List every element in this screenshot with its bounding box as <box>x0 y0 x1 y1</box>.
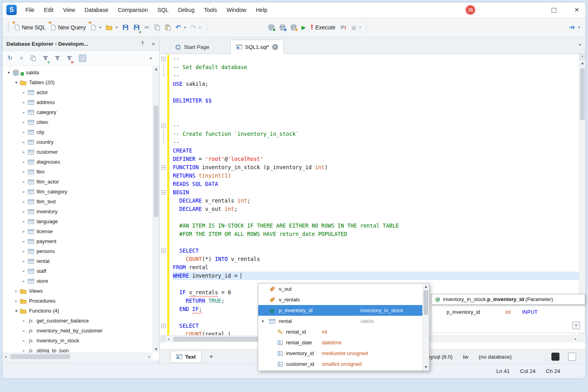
code-line[interactable]: READS SQL DATA <box>160 180 579 188</box>
completion-item-rental-id[interactable]: rental_idint <box>258 326 422 337</box>
code-line[interactable]: #AN ITEM IS IN-STOCK IF THERE ARE EITHER… <box>160 222 579 230</box>
chevron-collapsed-icon[interactable]: ▸ <box>21 110 27 114</box>
tab-text-view[interactable]: Text <box>170 351 201 363</box>
code-line[interactable]: DEFINER = 'root'@'localhost' <box>160 155 579 163</box>
new-document-button[interactable]: ✱▾ <box>88 23 104 32</box>
tree-item-license[interactable]: ▸license <box>2 226 153 236</box>
code-line[interactable]: −-- <box>160 55 579 63</box>
open-file-button[interactable]: ▾ <box>103 23 120 32</box>
execute-button[interactable]: !Execute <box>308 23 338 32</box>
tree-item-cities[interactable]: ▸cities <box>2 117 153 127</box>
execute-script-button[interactable]: ! <box>338 23 349 32</box>
fold-marker-icon[interactable]: − <box>161 124 166 128</box>
menu-view[interactable]: View <box>58 2 80 17</box>
database-info[interactable]: (no database) <box>479 354 512 360</box>
fold-marker-icon[interactable]: − <box>161 57 166 61</box>
menu-debug[interactable]: Debug <box>173 2 199 17</box>
code-line[interactable]: USE sakila; <box>160 80 579 88</box>
tree-item-tables-20[interactable]: ▾Tables (20) <box>2 77 153 87</box>
layout-toggle-light-button[interactable] <box>568 353 576 361</box>
paste-button[interactable] <box>162 23 173 32</box>
code-line[interactable]: -- Create function `inventory_in_stock` <box>160 130 579 138</box>
code-line[interactable] <box>160 105 579 113</box>
scrollbar-thumb[interactable] <box>10 354 70 359</box>
completion-item-inventory-id[interactable]: inventory_idmediumint unsigned <box>258 348 422 359</box>
fold-marker-icon[interactable]: − <box>161 249 166 253</box>
fold-marker-icon[interactable]: − <box>161 324 166 328</box>
tree-item-film-text[interactable]: ▸film_text <box>2 197 153 207</box>
tree-item-film[interactable]: ▸film <box>2 167 153 177</box>
tree-item-diagnoses[interactable]: ▸diagnoses <box>2 157 153 167</box>
chevron-collapsed-icon[interactable]: ▸ <box>21 160 27 164</box>
explorer-vertical-scrollbar[interactable]: ▲ ▼ <box>153 66 159 353</box>
tree-item-sakila[interactable]: ▾sakila <box>2 68 153 77</box>
menu-comparison[interactable]: Comparison <box>113 2 153 17</box>
pin-icon[interactable] <box>140 41 145 47</box>
completion-item-rental-date[interactable]: rental_datedatetime <box>258 337 422 348</box>
chevron-collapsed-icon[interactable]: ▸ <box>21 100 27 104</box>
add-view-button[interactable]: + <box>209 353 213 361</box>
code-line[interactable]: WHERE inventory_id = <box>160 272 579 280</box>
chevron-collapsed-icon[interactable]: ▸ <box>21 328 27 333</box>
delete-button[interactable]: ✕ <box>19 56 24 61</box>
tree-item-string-to-json[interactable]: ▸fxstring_to_json <box>2 346 153 353</box>
code-line[interactable]: -- <box>160 138 579 147</box>
chevron-collapsed-icon[interactable]: ▸ <box>21 279 27 283</box>
menu-sql[interactable]: SQL <box>153 2 173 17</box>
filter-button[interactable] <box>55 56 60 61</box>
tree-item-persons[interactable]: ▸persons <box>2 246 153 256</box>
tree-item-inventory[interactable]: ▸inventory <box>2 207 153 216</box>
scroll-up-icon[interactable]: ▲ <box>579 60 586 66</box>
completion-item-p-inventory-id[interactable]: @p_inventory_idinventory_in_stock <box>258 305 422 316</box>
tree-item-customer[interactable]: ▸customer <box>2 147 153 157</box>
dropdown-arrow-icon[interactable]: ▾ <box>99 25 101 29</box>
fold-marker-icon[interactable]: − <box>161 190 166 195</box>
tree-item-rental[interactable]: ▸rental <box>2 256 153 266</box>
completion-item-v-out[interactable]: v_out <box>258 284 422 294</box>
close-button[interactable]: ✕ <box>574 6 579 14</box>
cut-button[interactable]: ✂ <box>142 23 152 32</box>
database-refresh-button[interactable] <box>277 23 288 32</box>
dropdown-arrow-icon[interactable]: ▾ <box>116 25 118 29</box>
chevron-collapsed-icon[interactable]: ▸ <box>21 259 27 263</box>
tree-item-procedures[interactable]: ▸Procedures <box>2 296 153 306</box>
resize-grip[interactable]: ⋰ <box>578 372 583 378</box>
chevron-collapsed-icon[interactable]: ▸ <box>13 289 19 293</box>
dropdown-arrow-icon[interactable]: ▾ <box>184 25 186 29</box>
stop-button[interactable]: ■▾ <box>349 23 364 32</box>
new-sql-button[interactable]: ✱New SQL <box>12 23 48 32</box>
scroll-left-icon[interactable]: ◂ <box>2 353 9 360</box>
undo-button[interactable]: ↶▾ <box>173 23 188 32</box>
menu-file[interactable]: File <box>21 2 39 17</box>
redo-button[interactable]: ↷▾ <box>188 23 203 32</box>
chevron-collapsed-icon[interactable]: ▸ <box>21 209 27 214</box>
completion-item-rental[interactable]: ▾rentalsakila <box>258 316 422 326</box>
dropdown-button[interactable]: ▾ <box>150 56 152 60</box>
tree-item-category[interactable]: ▸category <box>2 107 153 117</box>
run-button[interactable]: ▶ <box>299 23 308 32</box>
chevron-collapsed-icon[interactable]: ▸ <box>21 140 27 144</box>
tree-item-functions-4[interactable]: ▾Functions (4) <box>2 306 153 316</box>
chevron-collapsed-icon[interactable]: ▸ <box>21 90 27 95</box>
tree-item-country[interactable]: ▸country <box>2 137 153 147</box>
explorer-horizontal-scrollbar[interactable]: ◂ ▸ <box>2 353 153 360</box>
copy-button[interactable] <box>152 23 162 32</box>
splitter-grip[interactable] <box>160 336 165 342</box>
dropdown-arrow-icon[interactable]: ▾ <box>199 25 201 29</box>
code-line[interactable] <box>160 213 579 222</box>
code-line[interactable]: CREATE <box>160 147 579 155</box>
chevron-expanded-icon[interactable]: ▾ <box>13 80 19 85</box>
fold-marker-icon[interactable]: − <box>161 165 166 170</box>
chevron-expanded-icon[interactable]: ▾ <box>6 70 12 75</box>
tree-item-store[interactable]: ▸store <box>2 276 153 286</box>
chevron-expanded-icon[interactable]: ▾ <box>262 316 264 326</box>
chevron-collapsed-icon[interactable]: ▸ <box>21 229 27 234</box>
chevron-collapsed-icon[interactable]: ▸ <box>21 249 27 253</box>
scroll-down-icon[interactable]: ▼ <box>423 364 429 371</box>
new-query-button[interactable]: ✱New Query <box>48 23 88 32</box>
tree-item-language[interactable]: ▸language <box>2 216 153 226</box>
scroll-up-icon[interactable]: ▲ <box>423 284 429 290</box>
scroll-up-icon[interactable]: ▲ <box>153 66 159 72</box>
chevron-collapsed-icon[interactable]: ▸ <box>21 239 27 243</box>
step-button[interactable]: ▾ <box>566 23 582 32</box>
